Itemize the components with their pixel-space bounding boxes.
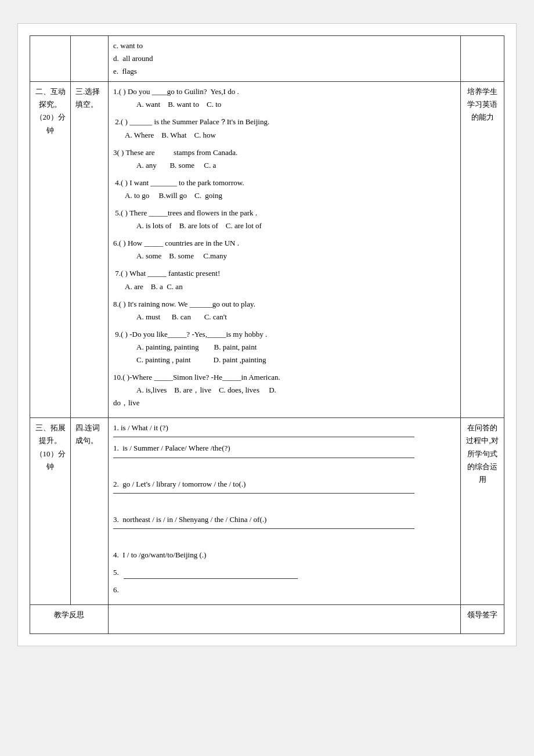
q1-text: 1.( ) Do you ____go to Guilin? Yes,I do …: [113, 87, 239, 96]
sq1-text: 1. is / What / it (?): [113, 423, 168, 432]
q4-text: 4.( ) I want _______ to the park tomorro…: [113, 178, 244, 187]
q10-text: 10.( )-Where _____Simon live? -He_____in…: [113, 373, 280, 381]
footer-left: 教学反思: [30, 605, 109, 634]
q10: 10.( )-Where _____Simon live? -He_____in…: [113, 371, 456, 409]
sq3: 2. go / Let's / library / tomorrow / the…: [113, 478, 456, 509]
q9-options-a: A. painting, painting B. paint, paint: [136, 343, 257, 351]
section3-right: 在问答的过程中,对所学句式的综合运用: [461, 418, 504, 605]
sq7: 6.: [113, 584, 456, 596]
q2-text: 2.( ) ______ is the Summer Palace？It's i…: [113, 117, 269, 126]
q7: 7.( ) What _____ fantastic present! A. a…: [113, 267, 456, 293]
q6-options: A. some B. some C.many: [136, 251, 227, 260]
section2-right: 培养学生学习英语的能力: [461, 82, 504, 418]
q4-options: A. to go B.will go C. going: [125, 191, 222, 200]
section3-mid-label: 四.连词成句。: [71, 418, 109, 605]
sq6: 5.: [113, 566, 456, 579]
sq1-answer-line: [113, 437, 414, 437]
col-content-top: c. want to d. all around e. flags: [109, 36, 461, 82]
sq5: 4. I / to /go/want/to/Beijing (.): [113, 549, 456, 561]
footer-content: [109, 605, 461, 634]
line-e: e. flags: [113, 65, 456, 78]
sq2-text: 1. is / Summer / Palace/ Where /the(?): [113, 444, 230, 452]
table-row-section3: 三、拓展提升。（10）分钟 四.连词成句。 1. is / What / it …: [30, 418, 504, 605]
sq6-blank: [124, 578, 298, 579]
q7-options: A. are B. a C. an: [125, 282, 183, 291]
q3-options: A. any B. some C. a: [136, 161, 216, 170]
q1: 1.( ) Do you ____go to Guilin? Yes,I do …: [113, 85, 456, 111]
section2-left-label: 二、互动探究。（20）分钟: [30, 82, 71, 418]
sq4: 3. northeast / is / in / Shenyang / the …: [113, 513, 456, 544]
q4: 4.( ) I want _______ to the park tomorro…: [113, 177, 456, 202]
sq3-text: 2. go / Let's / library / tomorrow / the…: [113, 480, 246, 488]
q9-text: 9.( ) -Do you like_____? -Yes,_____is my…: [113, 330, 267, 339]
sq4-text: 3. northeast / is / in / Shenyang / the …: [113, 515, 266, 524]
q7-text: 7.( ) What _____ fantastic present!: [113, 269, 220, 278]
table-row-section2: 二、互动探究。（20）分钟 三.选择填空。 1.( ) Do you ____g…: [30, 82, 504, 418]
q8: 8.( ) It's raining now. We ______go out …: [113, 298, 456, 323]
q8-options: A. must B. can C. can't: [136, 312, 227, 321]
q1-options: A. want B. want to C. to: [136, 100, 221, 109]
main-table: c. want to d. all around e. flags 二、互动探究…: [30, 35, 504, 634]
q5: 5.( ) There _____trees and flowers in th…: [113, 207, 456, 232]
table-row-top: c. want to d. all around e. flags: [30, 36, 504, 82]
table-row-footer: 教学反思 领导签字: [30, 605, 504, 634]
q9-options-b: C. painting , paint D. paint ,painting: [136, 355, 266, 364]
footer-right: 领导签字: [461, 605, 504, 634]
q10-options-b: do，live: [113, 398, 140, 407]
sq7-text: 6.: [113, 585, 119, 594]
sq1: 1. is / What / it (?): [113, 422, 456, 437]
sq2-answer-line: [113, 458, 414, 458]
q3-text: 3( ) These are stamps from Canada.: [113, 148, 237, 157]
line-c: c. want to: [113, 39, 456, 52]
q5-text: 5.( ) There _____trees and flowers in th…: [113, 208, 257, 217]
q6-text: 6.( ) How _____ countries are in the UN …: [113, 239, 239, 247]
line-d: d. all around: [113, 52, 456, 65]
section3-content: 1. is / What / it (?) 1. is / Summer / P…: [109, 418, 461, 605]
col-right-top: [461, 36, 504, 82]
section2-mid-label: 三.选择填空。: [71, 82, 109, 418]
section3-left-label: 三、拓展提升。（10）分钟: [30, 418, 71, 605]
col-mid-label-top: [71, 36, 109, 82]
q3: 3( ) These are stamps from Canada. A. an…: [113, 146, 456, 172]
q10-options-a: A. is,lives B. are，live C. does, lives D…: [136, 386, 276, 394]
sq6-text: 5.: [113, 568, 299, 577]
col-section-label-top: [30, 36, 71, 82]
q6: 6.( ) How _____ countries are in the UN …: [113, 237, 456, 262]
q2: 2.( ) ______ is the Summer Palace？It's i…: [113, 116, 456, 141]
q5-options: A. is lots of B. are lots of C. are lot …: [136, 221, 262, 230]
sq4-answer-line: [113, 528, 414, 529]
sq5-text: 4. I / to /go/want/to/Beijing (.): [113, 550, 206, 559]
page: c. want to d. all around e. flags 二、互动探究…: [17, 23, 517, 646]
q9: 9.( ) -Do you like_____? -Yes,_____is my…: [113, 328, 456, 366]
sq2: 1. is / Summer / Palace/ Where /the(?): [113, 442, 456, 473]
section2-content: 1.( ) Do you ____go to Guilin? Yes,I do …: [109, 82, 461, 418]
sq3-answer-line: [113, 493, 414, 494]
q8-text: 8.( ) It's raining now. We ______go out …: [113, 300, 255, 308]
q2-options: A. Where B. What C. how: [125, 131, 216, 139]
